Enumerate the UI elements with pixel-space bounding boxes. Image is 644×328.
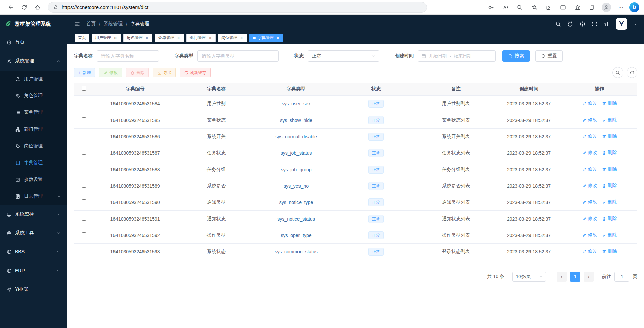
tab-post-management[interactable]: 岗位管理× [218,34,247,42]
sidebar-item-role-management[interactable]: 角色管理 [0,87,67,104]
read-aloud-icon[interactable] [499,2,511,13]
delete-link[interactable]: 删除 [602,133,617,139]
prev-page-button[interactable]: ‹ [557,272,567,282]
goto-page-input[interactable] [614,272,629,282]
sidebar-item-system-tools[interactable]: 系统工具 [0,224,67,242]
sidebar-item-bbs[interactable]: BBS [0,242,67,261]
dict-type-link[interactable]: sys_job_status [281,150,312,156]
sidebar-item-home[interactable]: 首页 [0,33,67,52]
sidebar-toggle-icon[interactable] [74,21,80,27]
sidebar-item-log-management[interactable]: 日志管理 [0,188,67,205]
password-key-icon[interactable] [485,2,497,13]
fullscreen-icon[interactable] [592,21,597,27]
edit-button[interactable]: 修改 [99,68,122,77]
profile-icon[interactable] [600,2,612,13]
sidebar-item-menu-management[interactable]: 菜单管理 [0,104,67,121]
dict-type-input[interactable] [197,50,279,62]
dict-type-link[interactable]: sys_notice_status [277,216,315,222]
dict-type-link[interactable]: sys_normal_disable [275,134,317,139]
sidebar-item-dict-management[interactable]: 字典管理 [0,154,67,171]
search-button[interactable]: 搜索 [502,50,530,62]
date-range-picker[interactable]: 开始日期 - 结束日期 [418,50,496,62]
tab-home[interactable]: 首页 [75,34,89,42]
search-icon[interactable] [555,21,561,27]
tab-user-management[interactable]: 用户管理× [92,34,121,42]
refresh-table-icon[interactable] [627,67,637,78]
delete-link[interactable]: 删除 [602,100,617,106]
edit-link[interactable]: 修改 [582,100,597,106]
row-checkbox[interactable] [82,134,86,138]
row-checkbox[interactable] [82,249,86,253]
edit-link[interactable]: 修改 [582,117,597,123]
delete-link[interactable]: 删除 [602,232,617,238]
sidebar-item-erp[interactable]: ERP [0,261,67,280]
row-checkbox[interactable] [82,101,86,105]
delete-link[interactable]: 删除 [602,216,617,222]
browser-home-button[interactable] [32,2,44,13]
collections-icon[interactable] [586,2,598,13]
avatar[interactable]: Y [616,18,627,30]
edit-link[interactable]: 修改 [582,216,597,222]
refresh-cache-button[interactable]: 刷新缓存 [180,68,211,77]
add-button[interactable]: +新增 [74,68,95,77]
edit-link[interactable]: 修改 [582,150,597,156]
sidebar-item-post-management[interactable]: 岗位管理 [0,138,67,154]
breadcrumb-system[interactable]: 系统管理 [104,21,123,27]
close-icon[interactable]: × [276,36,280,40]
bing-copilot-icon[interactable]: b [629,2,639,12]
extensions-icon[interactable] [543,2,555,13]
close-icon[interactable]: × [113,36,118,40]
help-icon[interactable] [580,21,585,27]
dict-type-link[interactable]: sys_user_sex [282,101,311,106]
delete-link[interactable]: 删除 [602,117,617,123]
tab-menu-management[interactable]: 菜单管理× [155,34,184,42]
next-page-button[interactable]: › [584,272,594,282]
sidebar-item-system-monitor[interactable]: 系统监控 [0,205,67,224]
close-icon[interactable]: × [145,36,149,40]
toggle-search-icon[interactable] [612,67,623,78]
tab-dict-management[interactable]: 字典管理× [249,34,283,42]
status-select[interactable]: 正常 [308,50,379,62]
page-number-1[interactable]: 1 [570,272,580,282]
delete-link[interactable]: 删除 [602,150,617,156]
zoom-icon[interactable] [514,2,526,13]
sidebar-item-yi-framework[interactable]: Yi框架 [0,280,67,299]
edit-link[interactable]: 修改 [582,183,597,189]
select-all-checkbox[interactable] [82,86,86,91]
sidebar-item-user-management[interactable]: 用户管理 [0,71,67,87]
dict-type-link[interactable]: sys_oper_type [281,233,311,238]
breadcrumb-home[interactable]: 首页 [86,21,96,27]
tab-dept-management[interactable]: 部门管理× [186,34,216,42]
delete-link[interactable]: 删除 [602,199,617,205]
close-icon[interactable]: × [208,36,212,40]
edit-link[interactable]: 修改 [582,166,597,172]
export-button[interactable]: 导出 [153,68,176,77]
close-icon[interactable]: × [176,36,181,40]
row-checkbox[interactable] [82,167,86,171]
edit-link[interactable]: 修改 [582,133,597,139]
dict-type-link[interactable]: sys_common_status [275,249,318,254]
tab-role-management[interactable]: 角色管理× [123,34,152,42]
row-checkbox[interactable] [82,199,86,204]
reset-button[interactable]: 重置 [535,50,563,62]
close-icon[interactable]: × [239,36,244,40]
sidebar-item-system-management[interactable]: 系统管理 [0,52,67,71]
address-bar[interactable]: https://ccnetcore.com:1101/system/dict [48,2,427,13]
row-checkbox[interactable] [82,183,86,188]
delete-link[interactable]: 删除 [602,248,617,254]
row-checkbox[interactable] [82,117,86,122]
dict-type-link[interactable]: sys_show_hide [280,118,312,123]
row-checkbox[interactable] [82,232,86,237]
edit-link[interactable]: 修改 [582,232,597,238]
row-checkbox[interactable] [82,150,86,155]
delete-button[interactable]: 删除 [126,68,149,77]
edit-link[interactable]: 修改 [582,248,597,254]
sidebar-item-dept-management[interactable]: 部门管理 [0,121,67,138]
favorites-icon[interactable] [571,2,584,13]
dict-name-input[interactable] [97,50,159,62]
row-checkbox[interactable] [82,216,86,221]
delete-link[interactable]: 删除 [602,166,617,172]
delete-link[interactable]: 删除 [602,183,617,189]
avatar-caret-down-icon[interactable] [634,22,637,26]
dict-type-link[interactable]: sys_notice_type [279,200,313,205]
